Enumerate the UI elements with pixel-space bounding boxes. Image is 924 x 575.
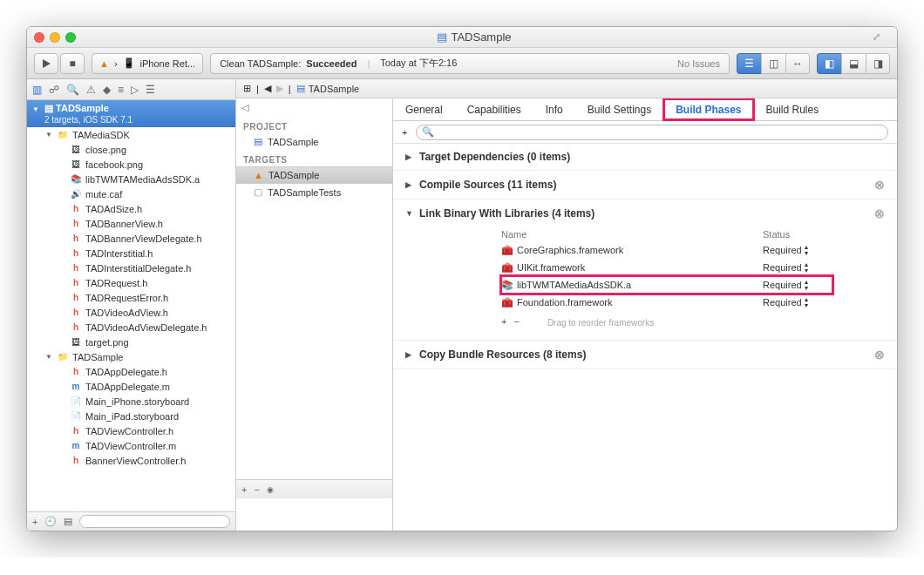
jump-bar[interactable]: ⊞ | ◀ ▶ | ▤TADSample [236,79,897,98]
activity-view[interactable]: Clean TADSample: Succeeded | Today at 下午… [210,53,730,74]
scheme-selector[interactable]: ▲› 📱 iPhone Ret... [92,53,203,74]
file-row[interactable]: hTADRequestError.h [27,290,235,305]
project-tree[interactable]: ▤ TADSample 2 targets, iOS SDK 7.1 ▼📁TAM… [27,100,235,511]
target-item-selected[interactable]: ▲TADSample [236,166,392,184]
tab-capabilities[interactable]: Capabilities [455,98,533,120]
target-filter-icon[interactable]: ◉ [267,485,274,494]
project-root[interactable]: ▤ TADSample 2 targets, iOS SDK 7.1 [27,100,235,127]
file-row[interactable]: hTADAdSize.h [27,201,235,216]
status-stepper-icon[interactable]: ▴▾ [805,244,808,256]
file-label: close.png [85,145,126,155]
library-row[interactable]: 🧰UIKit.frameworkRequired▴▾ [501,259,832,276]
file-row[interactable]: 🖼facebook.png [27,157,235,172]
filter-search[interactable] [79,515,230,528]
related-icon[interactable]: ⊞ [243,83,251,94]
project-navigator-icon[interactable]: ▥ [32,84,42,96]
zoom-window-button[interactable] [65,32,76,43]
file-label: TADInterstitial.h [85,248,153,259]
standard-editor-button[interactable]: ☰ [737,53,761,74]
file-row[interactable]: hTADAppDelegate.h [27,364,235,379]
folder-row[interactable]: ▼📁TAMediaSDK [27,127,235,142]
file-row[interactable]: hTADBannerView.h [27,216,235,231]
remove-library-button[interactable]: − [513,316,519,327]
file-row[interactable]: hTADVideoAdViewDelegate.h [27,320,235,335]
add-target-button[interactable]: + [241,484,247,495]
delete-phase-icon[interactable]: ⊗ [874,348,885,362]
log-navigator-icon[interactable]: ☰ [146,84,155,96]
version-editor-button[interactable]: ↔ [785,53,810,74]
status-stepper-icon[interactable]: ▴▾ [805,261,808,274]
framework-icon: 🧰 [501,262,513,274]
file-row[interactable]: hTADInterstitialDelegate.h [27,260,235,275]
library-row[interactable]: 🧰CoreGraphics.frameworkRequired▴▾ [501,241,832,259]
file-row[interactable]: 🖼close.png [27,142,235,157]
phase-copy-bundle[interactable]: ▶Copy Bundle Resources (8 items)⊗ [393,341,897,369]
tab-info[interactable]: Info [533,98,575,120]
filter-icon[interactable]: ▤ [64,516,72,527]
phase-target-dependencies[interactable]: ▶Target Dependencies (0 items) [393,144,897,171]
file-row[interactable]: 📄Main_iPad.storyboard [27,409,235,423]
test-navigator-icon[interactable]: ◆ [103,84,111,96]
project-icon: ▤ [437,30,447,44]
file-row[interactable]: hTADViewController.h [27,423,235,438]
minimize-window-button[interactable] [50,32,60,43]
delete-phase-icon[interactable]: ⊗ [874,178,885,192]
phase-controls: + 🔍 [393,121,897,144]
tab-build-phases[interactable]: Build Phases [663,98,753,120]
file-row[interactable]: hTADBannerViewDelegate.h [27,231,235,246]
phase-search[interactable]: 🔍 [416,125,888,140]
editor-body: ◁ PROJECT ▤TADSample TARGETS ▲TADSample … [236,98,897,531]
file-row[interactable]: 🔊mute.caf [27,186,235,201]
tab-build-rules[interactable]: Build Rules [754,98,832,120]
file-label: facebook.png [85,159,143,170]
bottom-panel-button[interactable]: ⬓ [841,53,866,74]
assistant-editor-button[interactable]: ◫ [761,53,785,74]
file-row[interactable]: 🖼target.png [27,335,235,349]
right-panel-button[interactable]: ◨ [866,53,890,74]
file-row[interactable]: hTADVideoAdView.h [27,305,235,320]
symbol-navigator-icon[interactable]: ☍ [49,84,59,96]
run-button[interactable] [34,53,58,74]
close-window-button[interactable] [34,32,44,43]
project-item[interactable]: ▤TADSample [236,133,392,150]
tab-general[interactable]: General [393,98,455,120]
status-stepper-icon[interactable]: ▴▾ [805,279,808,291]
left-panel-button[interactable]: ◧ [817,53,841,74]
issue-navigator-icon[interactable]: ⚠ [86,84,96,96]
folder-row[interactable]: ▼📁TADSample [27,349,235,364]
add-button[interactable]: + [32,517,37,527]
remove-target-button[interactable]: − [254,484,259,495]
file-row[interactable]: 📚libTWMTAMediaAdsSDK.a [27,172,235,186]
phase-header[interactable]: ▼Link Binary With Libraries (4 items)⊗ [405,206,885,220]
file-label: Main_iPad.storyboard [85,411,179,422]
library-row[interactable]: 📚libTWMTAMediaAdsSDK.aRequired▴▾ [501,276,832,294]
status-stepper-icon[interactable]: ▴▾ [805,296,808,308]
phase-compile-sources[interactable]: ▶Compile Sources (11 items)⊗ [393,171,897,200]
file-row[interactable]: 📄Main_iPhone.storyboard [27,394,235,409]
file-row[interactable]: hTADRequest.h [27,275,235,290]
delete-phase-icon[interactable]: ⊗ [874,206,885,220]
fullscreen-icon[interactable]: ⤢ [873,31,890,43]
file-row[interactable]: hBannerViewController.h [27,453,235,468]
navigator-selector: ▥ ☍ 🔍 ⚠ ◆ ≡ ▷ ☰ [27,79,235,100]
tab-build-settings[interactable]: Build Settings [575,98,663,120]
file-label: TADVideoAdView.h [85,308,168,318]
hide-targets-button[interactable]: ◁ [236,98,392,117]
toolbar: ■ ▲› 📱 iPhone Ret... Clean TADSample: Su… [27,48,897,79]
back-button[interactable]: ◀ [264,83,271,94]
debug-navigator-icon[interactable]: ≡ [118,84,124,96]
target-item[interactable]: ▢TADSampleTests [236,184,392,200]
recent-icon[interactable]: 🕘 [44,516,57,527]
breakpoint-navigator-icon[interactable]: ▷ [131,84,139,96]
forward-button[interactable]: ▶ [276,83,283,94]
file-row[interactable]: mTADAppDelegate.m [27,379,235,394]
phase-title: Compile Sources (11 items) [419,179,556,191]
find-navigator-icon[interactable]: 🔍 [66,84,79,96]
file-row[interactable]: mTADViewController.m [27,438,235,453]
add-phase-button[interactable]: + [402,127,407,138]
add-library-button[interactable]: + [501,316,506,327]
file-label: mute.caf [85,189,122,200]
stop-button[interactable]: ■ [60,53,85,74]
library-row[interactable]: 🧰Foundation.frameworkRequired▴▾ [501,294,832,311]
file-row[interactable]: hTADInterstitial.h [27,246,235,260]
